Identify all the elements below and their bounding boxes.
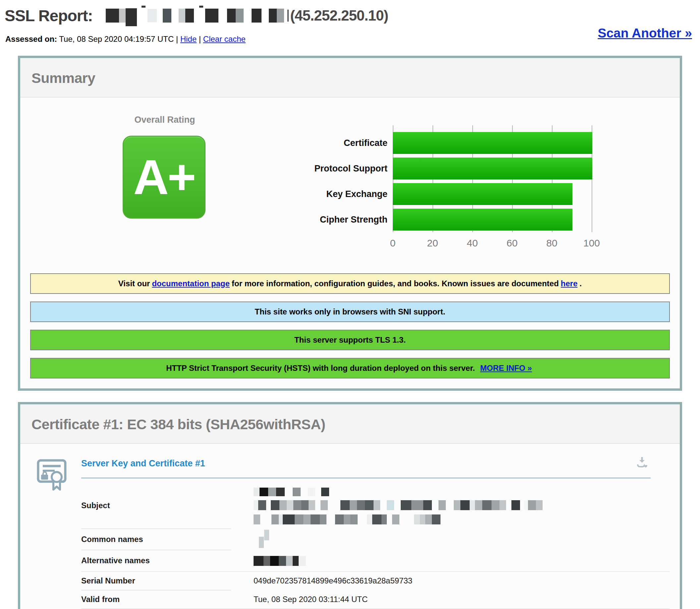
certificate-icon [36, 456, 69, 609]
tick-label: 20 [427, 238, 438, 249]
separator: | [176, 35, 178, 44]
bar-label: Certificate [284, 138, 388, 148]
header: SSL Report: (45.252.250.10) Assessed on:… [0, 0, 700, 44]
certificate-head-content: Server Key and Certificate #1 Subject [81, 456, 670, 609]
overall-rating-label: Overall Rating [123, 115, 207, 125]
assessed-on-row: Assessed on: Tue, 08 Sep 2020 04:19:57 U… [5, 35, 695, 44]
documentation-message: Visit our documentation page for more in… [30, 273, 670, 294]
redacted-content [254, 514, 542, 524]
message-text: This site works only in browsers with SN… [255, 307, 446, 316]
cert-row-common-names: Common names [81, 529, 670, 550]
summary-heading: Summary [32, 70, 668, 86]
bars: Certificate Protocol Support Key Exchang… [393, 132, 592, 230]
documentation-page-link[interactable]: documentation page [152, 279, 230, 288]
cert-row-subject: Subject [81, 483, 670, 528]
summary-panel: Summary Overall Rating A+ [18, 56, 682, 391]
bar-certificate [393, 132, 592, 154]
hsts-message: HTTP Strict Transport Security (HSTS) wi… [30, 358, 670, 379]
title-row: SSL Report: (45.252.250.10) [5, 4, 695, 27]
rating-and-chart: Overall Rating A+ [30, 107, 670, 252]
grade-badge: A+ [123, 136, 205, 219]
message-text: for more information, configuration guid… [232, 279, 559, 288]
tick-label: 40 [467, 238, 478, 249]
certificate-head-row: Server Key and Certificate #1 Subject [30, 456, 670, 609]
summary-panel-header: Summary [20, 58, 680, 98]
summary-messages: Visit our documentation page for more in… [30, 273, 670, 379]
certificate-body: Server Key and Certificate #1 Subject [20, 444, 680, 609]
row-label: Common names [81, 535, 254, 544]
redacted-common-names [254, 534, 269, 545]
bar-row-key-exchange: Key Exchange [393, 183, 592, 205]
cert-row-alternative-names: Alternative names [81, 550, 670, 571]
certificate-panel: Certificate #1: EC 384 bits (SHA256withR… [18, 402, 682, 609]
assessed-on-value: Tue, 08 Sep 2020 04:19:57 UTC [59, 35, 174, 44]
overall-rating-block: Overall Rating A+ [123, 107, 207, 219]
more-info-link[interactable]: MORE INFO » [480, 364, 532, 373]
certificate-panel-header: Certificate #1: EC 384 bits (SHA256withR… [20, 404, 680, 444]
message-text: Visit our [118, 279, 150, 288]
row-label: Valid from [81, 595, 254, 604]
bar-cipher-strength [393, 209, 572, 230]
message-text: . [580, 279, 582, 288]
bar-protocol-support [393, 158, 592, 179]
bar-row-cipher-strength: Cipher Strength [393, 209, 592, 230]
redacted-content [254, 487, 542, 496]
here-link[interactable]: here [561, 279, 578, 288]
clear-cache-link[interactable]: Clear cache [203, 35, 246, 44]
tick-label: 60 [506, 238, 517, 249]
certificate-heading: Certificate #1: EC 384 bits (SHA256withR… [32, 416, 668, 433]
section-divider [81, 477, 651, 478]
bar-label: Protocol Support [284, 163, 388, 174]
bar-row-certificate: Certificate [393, 132, 592, 154]
page-title: SSL Report: [5, 7, 92, 25]
message-text: HTTP Strict Transport Security (HSTS) wi… [166, 364, 475, 373]
tls13-message: This server supports TLS 1.3. [30, 330, 670, 350]
cert-row-serial-number: Serial Number 049de702357814899e496c3361… [81, 572, 670, 590]
tick-label: 100 [584, 238, 600, 249]
cert-row-valid-from: Valid from Tue, 08 Sep 2020 03:11:44 UTC [81, 590, 670, 608]
summary-body: Overall Rating A+ [20, 98, 680, 388]
sni-message: This site works only in browsers with SN… [30, 301, 670, 322]
bar-row-protocol-support: Protocol Support [393, 158, 592, 179]
x-axis-ticks: 0 20 40 60 80 100 [393, 238, 592, 252]
row-label: Alternative names [81, 556, 254, 565]
redacted-alternative-names [254, 556, 306, 566]
row-value: 049de702357814899e496c33619a28a59733 [254, 576, 412, 586]
tick-label: 0 [390, 238, 396, 249]
bar-key-exchange [393, 183, 572, 205]
ip-address: (45.252.250.10) [290, 7, 388, 24]
chart-plot-area: Certificate Protocol Support Key Exchang… [393, 125, 592, 232]
download-icon[interactable] [636, 456, 648, 469]
redacted-content [254, 500, 542, 510]
row-label: Subject [81, 501, 254, 510]
score-chart: Certificate Protocol Support Key Exchang… [289, 125, 592, 252]
ssl-report-page: SSL Report: (45.252.250.10) Assessed on:… [0, 0, 700, 609]
redacted-hostname [106, 5, 289, 26]
hide-link[interactable]: Hide [180, 35, 197, 44]
message-text: This server supports TLS 1.3. [294, 335, 406, 345]
row-label: Serial Number [81, 576, 254, 586]
certificate-table: Subject Common names [81, 483, 670, 609]
assessed-on-label: Assessed on: [5, 35, 57, 44]
row-value: Tue, 08 Sep 2020 03:11:44 UTC [254, 595, 367, 604]
bar-label: Key Exchange [284, 189, 388, 199]
separator: | [199, 35, 201, 44]
redacted-subject [254, 487, 542, 524]
bar-label: Cipher Strength [284, 214, 388, 225]
scan-another-link[interactable]: Scan Another » [597, 26, 692, 40]
tick-label: 80 [546, 238, 557, 249]
bar-chart: Certificate Protocol Support Key Exchang… [289, 125, 592, 252]
server-key-section-title: Server Key and Certificate #1 [81, 456, 670, 469]
